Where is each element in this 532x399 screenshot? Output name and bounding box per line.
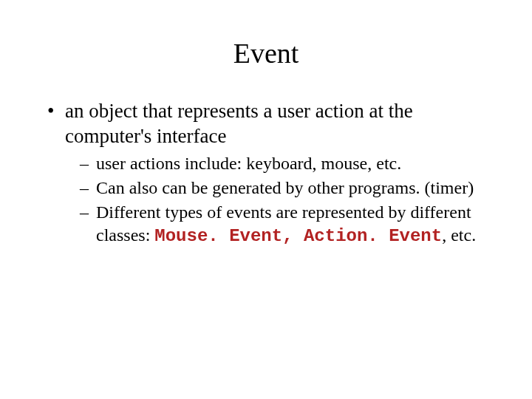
sub3-code: Mouse. Event, Action. Event xyxy=(154,226,442,246)
slide-title: Event xyxy=(44,37,488,69)
slide-container: Event an object that represents a user a… xyxy=(0,0,532,399)
bullet-main: an object that represents a user action … xyxy=(44,99,488,248)
sub-bullet-2: Can also can be generated by other progr… xyxy=(80,177,488,200)
sub-bullet-3: Different types of events are represente… xyxy=(80,201,488,248)
bullet-list-level2: user actions include: keyboard, mouse, e… xyxy=(65,152,488,248)
sub3-text-post: , etc. xyxy=(442,225,476,245)
bullet-main-text: an object that represents a user action … xyxy=(65,100,413,147)
bullet-list-level1: an object that represents a user action … xyxy=(44,99,488,248)
sub-bullet-1: user actions include: keyboard, mouse, e… xyxy=(80,152,488,175)
